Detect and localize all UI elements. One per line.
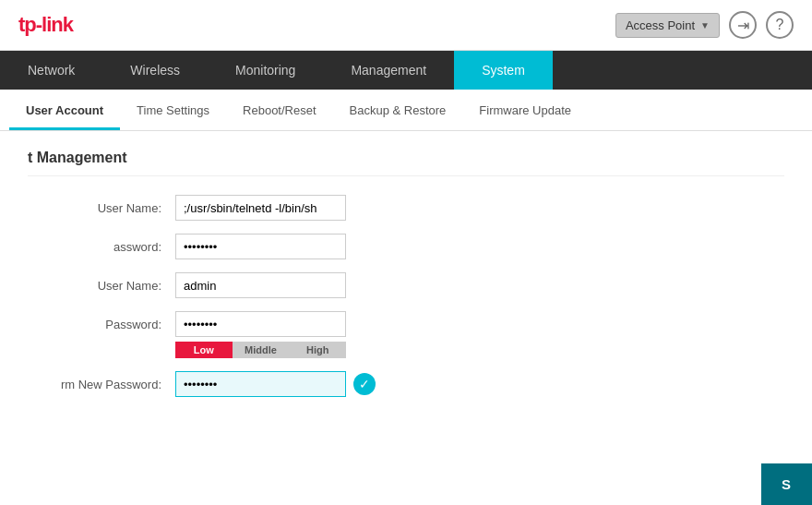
new-password-label: Password: xyxy=(28,318,175,331)
strength-high: High xyxy=(289,342,346,358)
content-area: t Management User Name: assword: User Na… xyxy=(0,131,812,428)
save-button[interactable]: S xyxy=(761,463,812,505)
confirm-password-label: rm New Password: xyxy=(28,378,175,391)
help-button[interactable]: ? xyxy=(766,11,794,39)
nav-item-wireless[interactable]: Wireless xyxy=(102,51,208,90)
help-icon: ? xyxy=(776,17,784,33)
nav-item-monitoring[interactable]: Monitoring xyxy=(208,51,323,90)
confirm-password-group: rm New Password: ✓ xyxy=(28,371,784,397)
new-password-input[interactable] xyxy=(175,311,346,337)
nav-item-network[interactable]: Network xyxy=(0,51,102,90)
logout-button[interactable]: ⇥ xyxy=(729,11,757,39)
access-point-label: Access Point xyxy=(626,18,695,32)
chevron-down-icon: ▼ xyxy=(700,20,710,30)
sub-item-backup-restore[interactable]: Backup & Restore xyxy=(333,90,463,130)
logo: tp-link xyxy=(18,13,73,37)
confirm-password-input[interactable] xyxy=(175,371,346,397)
nav-item-system[interactable]: System xyxy=(454,51,553,90)
new-username-label: User Name: xyxy=(28,279,175,293)
header-right: Access Point ▼ ⇥ ? xyxy=(615,11,794,39)
old-username-label: User Name: xyxy=(28,201,175,215)
new-password-group: Password: Low Middle High xyxy=(28,311,784,358)
sub-item-reboot-reset[interactable]: Reboot/Reset xyxy=(226,90,333,130)
confirm-check-icon: ✓ xyxy=(353,373,376,395)
access-point-dropdown[interactable]: Access Point ▼ xyxy=(615,13,720,38)
sub-nav: User Account Time Settings Reboot/Reset … xyxy=(0,90,812,131)
old-username-input[interactable] xyxy=(175,195,346,221)
section-title: t Management xyxy=(28,150,784,176)
old-password-group: assword: xyxy=(28,234,784,259)
save-btn-wrapper: S xyxy=(761,463,812,505)
old-password-input[interactable] xyxy=(175,234,346,259)
strength-bar: Low Middle High xyxy=(175,342,346,358)
old-password-label: assword: xyxy=(28,240,175,254)
logout-icon: ⇥ xyxy=(737,17,749,34)
new-username-group: User Name: xyxy=(28,272,784,298)
main-content: t Management User Name: assword: User Na… xyxy=(0,131,812,505)
new-username-input[interactable] xyxy=(175,272,346,298)
strength-middle: Middle xyxy=(233,342,290,358)
nav-item-management[interactable]: Management xyxy=(323,51,454,90)
main-nav: Network Wireless Monitoring Management S… xyxy=(0,51,812,90)
sub-item-time-settings[interactable]: Time Settings xyxy=(120,90,226,130)
sub-item-firmware-update[interactable]: Firmware Update xyxy=(462,90,588,130)
strength-low: Low xyxy=(175,342,233,358)
old-username-group: User Name: xyxy=(28,195,784,221)
sub-item-user-account[interactable]: User Account xyxy=(9,90,120,130)
header: tp-link Access Point ▼ ⇥ ? xyxy=(0,0,812,51)
